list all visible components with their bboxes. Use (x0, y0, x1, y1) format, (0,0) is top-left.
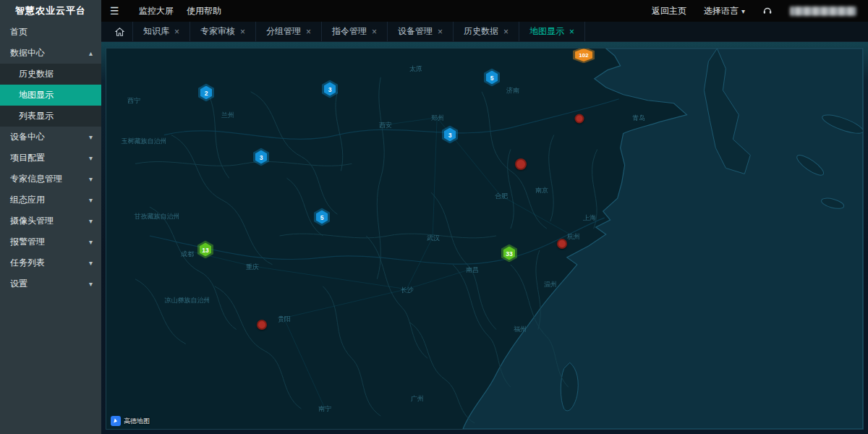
map-place-label: 太原 (409, 64, 422, 74)
sidebar-item-alarm-mgmt[interactable]: 报警管理 (0, 231, 101, 252)
close-icon[interactable]: × (306, 27, 311, 36)
cluster-marker[interactable]: 3 (322, 80, 338, 98)
sidebar-item-home[interactable]: 首页 (0, 22, 101, 43)
tab-expert-review[interactable]: 专家审核 × (190, 22, 256, 41)
chevron-down-icon (89, 127, 93, 148)
chevron-down-icon (89, 273, 93, 294)
link-help[interactable]: 使用帮助 (187, 5, 221, 17)
device-point-marker[interactable] (575, 114, 584, 124)
sidebar-item-camera-mgmt[interactable]: 摄像头管理 (0, 210, 101, 231)
map-attribution: 高德地图 (111, 416, 150, 426)
map-place-label: 武汉 (427, 234, 440, 243)
map-place-label: 上海 (583, 213, 596, 223)
username-redacted[interactable] (790, 7, 856, 16)
language-select[interactable]: 选择语言 (704, 5, 745, 17)
map-canvas[interactable]: 2353351333102西宁兰州太原济南青岛西安郑州南京上海合肥杭州武汉南昌长… (106, 48, 864, 430)
close-icon[interactable]: × (438, 27, 443, 36)
sidebar-item-data-center[interactable]: 数据中心 (0, 43, 101, 64)
cluster-marker[interactable]: 3 (253, 148, 269, 166)
device-point-marker[interactable] (515, 158, 527, 170)
sidebar: 智慧农业云平台 首页 数据中心 历史数据 地图显示 列表显示 设备中心 项目配置 (0, 0, 101, 434)
close-icon[interactable]: × (174, 27, 179, 36)
map-place-label: 杭州 (567, 232, 580, 242)
map-place-label: 合肥 (495, 192, 508, 201)
chevron-down-icon (89, 169, 93, 190)
sidebar-item-scada-app[interactable]: 组态应用 (0, 190, 101, 210)
chevron-down-icon (89, 231, 93, 252)
link-monitor-screen[interactable]: 监控大屏 (139, 5, 174, 17)
sidebar-item-expert-info[interactable]: 专家信息管理 (0, 169, 101, 190)
map-place-label: 南京 (535, 186, 548, 195)
sidebar-item-history-data[interactable]: 历史数据 (0, 64, 101, 85)
map-place-label: 西安 (379, 121, 392, 130)
support-headset-icon[interactable] (762, 6, 773, 16)
map-place-label: 青岛 (632, 114, 645, 123)
map-place-label: 广州 (411, 394, 424, 404)
map-attribution-text: 高德地图 (124, 417, 150, 426)
chevron-down-icon (89, 148, 93, 169)
device-point-marker[interactable] (257, 320, 267, 330)
map-place-label: 长沙 (401, 286, 414, 295)
map-place-label: 甘孜藏族自治州 (135, 212, 180, 221)
device-point-marker[interactable] (557, 239, 567, 249)
sidebar-item-task-list[interactable]: 任务列表 (0, 252, 101, 273)
marker-layer: 2353351333102西宁兰州太原济南青岛西安郑州南京上海合肥杭州武汉南昌长… (106, 48, 863, 429)
tab-knowledge-base[interactable]: 知识库 × (133, 22, 190, 41)
tab-map-display[interactable]: 地图显示 × (519, 22, 585, 41)
cluster-marker[interactable]: 102 (573, 48, 595, 64)
map-place-label: 贵阳 (278, 315, 291, 324)
chevron-down-icon (89, 210, 93, 231)
map-place-label: 福州 (514, 325, 527, 334)
map-place-label: 南宁 (318, 404, 331, 414)
home-icon (115, 27, 124, 36)
close-icon[interactable]: × (569, 27, 574, 36)
sidebar-item-settings[interactable]: 设置 (0, 273, 101, 294)
chevron-up-icon (89, 43, 93, 64)
map-place-label: 温州 (544, 280, 557, 289)
sidebar-item-device-center[interactable]: 设备中心 (0, 127, 101, 148)
chevron-down-icon (89, 252, 93, 273)
close-icon[interactable]: × (240, 27, 245, 36)
app-title: 智慧农业云平台 (0, 0, 101, 22)
map-place-label: 郑州 (431, 114, 444, 123)
map-place-label: 西宁 (127, 96, 140, 106)
close-icon[interactable]: × (503, 27, 509, 36)
map-place-label: 兰州 (221, 111, 234, 120)
map-place-label: 重庆 (246, 263, 259, 272)
cluster-marker[interactable]: 5 (314, 208, 330, 226)
sidebar-item-list-display[interactable]: 列表显示 (0, 106, 101, 127)
chevron-down-icon (89, 190, 93, 210)
tabbar: 知识库 × 专家审核 × 分组管理 × 指令管理 × 设备管理 × 历史数据 × (101, 22, 868, 42)
cluster-marker[interactable]: 2 (198, 84, 214, 102)
map-place-label: 凉山彝族自治州 (165, 296, 210, 305)
tab-command-mgmt[interactable]: 指令管理 × (322, 22, 388, 41)
link-return-home[interactable]: 返回主页 (652, 5, 686, 17)
content-area: 2353351333102西宁兰州太原济南青岛西安郑州南京上海合肥杭州武汉南昌长… (101, 42, 868, 434)
topbar: 监控大屏 使用帮助 返回主页 选择语言 (101, 0, 868, 22)
main-area: 监控大屏 使用帮助 返回主页 选择语言 (101, 0, 868, 434)
tab-device-mgmt[interactable]: 设备管理 × (388, 22, 454, 41)
amap-logo-icon (111, 416, 121, 426)
collapse-sidebar-icon[interactable] (110, 5, 126, 17)
tab-home-icon[interactable] (107, 22, 133, 41)
tab-group-mgmt[interactable]: 分组管理 × (256, 22, 322, 41)
cluster-marker[interactable]: 5 (484, 69, 500, 87)
map-place-label: 成都 (181, 250, 194, 259)
sidebar-item-project-config[interactable]: 项目配置 (0, 148, 101, 169)
map-place-label: 南昌 (466, 265, 479, 275)
close-icon[interactable]: × (372, 27, 377, 36)
cluster-marker[interactable]: 33 (501, 244, 517, 263)
cluster-marker[interactable]: 3 (442, 126, 458, 144)
sidebar-item-map-display[interactable]: 地图显示 (0, 85, 101, 106)
cluster-marker[interactable]: 13 (197, 241, 213, 259)
data-center-submenu: 历史数据 地图显示 列表显示 (0, 64, 101, 127)
app-window: 智慧农业云平台 首页 数据中心 历史数据 地图显示 列表显示 设备中心 项目配置 (0, 0, 868, 434)
tab-history-data[interactable]: 历史数据 × (454, 22, 519, 41)
map-place-label: 玉树藏族自治州 (122, 137, 167, 146)
map-place-label: 济南 (506, 86, 519, 95)
